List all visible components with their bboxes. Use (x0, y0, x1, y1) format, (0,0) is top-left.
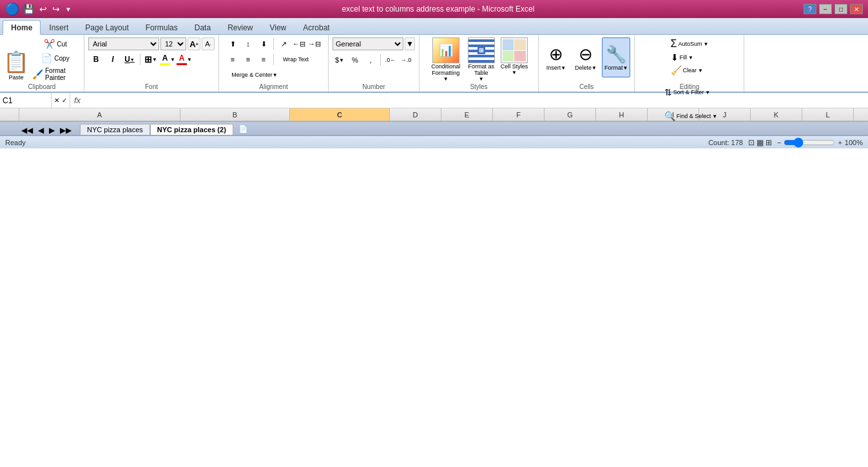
tab-acrobat[interactable]: Acrobat (294, 20, 338, 34)
scroll-sheets-left[interactable]: ◀◀ (19, 126, 35, 135)
zoom-out-btn[interactable]: − (777, 139, 781, 146)
align-right-button[interactable]: ≡ (256, 53, 271, 66)
quick-access-toolbar: 🔵 💾 ↩ ↪ ▼ (5, 2, 73, 16)
decrease-decimal-button[interactable]: .0← (383, 54, 398, 66)
customize-btn[interactable]: ▼ (64, 6, 73, 13)
font-color-button[interactable]: A ▼ (177, 53, 192, 66)
wrap-text-button[interactable]: Wrap Text (276, 53, 315, 66)
title-bar: 🔵 💾 ↩ ↪ ▼ excel text to columns address … (0, 0, 868, 18)
col-header-k[interactable]: K (751, 108, 802, 121)
close-btn[interactable]: ✕ (850, 4, 863, 14)
align-left-button[interactable]: ≡ (226, 53, 240, 66)
increase-decimal-button[interactable]: →.0 (399, 54, 413, 66)
editing-label: Editing (635, 83, 744, 90)
col-header-f[interactable]: F (493, 108, 545, 121)
clear-button[interactable]: 🧹 Clear ▼ (669, 65, 705, 76)
tab-home[interactable]: Home (3, 20, 41, 35)
scroll-sheets-next[interactable]: ▶ (47, 126, 57, 135)
sheet-tab-2[interactable]: NYC pizza places (2) (150, 124, 233, 135)
page-layout-view-btn[interactable]: ▦ (757, 138, 764, 147)
col-header-l[interactable]: L (802, 108, 854, 121)
indent-decrease-button[interactable]: ←⊟ (292, 37, 306, 50)
tab-formulas[interactable]: Formulas (137, 20, 186, 34)
indent-increase-button[interactable]: →⊟ (307, 37, 322, 50)
decrease-font-button[interactable]: A- (202, 37, 215, 50)
format-painter-button[interactable]: 🖌️ Format Painter (30, 66, 81, 83)
insert-cells-button[interactable]: ⊕ Insert▼ (543, 37, 570, 77)
zoom-in-btn[interactable]: + (838, 139, 842, 146)
top-align-button[interactable]: ⬆ (226, 37, 240, 50)
find-select-button[interactable]: 🔍 Find & Select ▼ (662, 110, 719, 122)
col-header-c[interactable]: C (290, 108, 390, 121)
scroll-sheets-last[interactable]: ▶▶ (58, 126, 73, 135)
sheet-tab-1[interactable]: NYC pizza places (80, 124, 150, 135)
tab-view[interactable]: View (261, 20, 294, 34)
col-header-d[interactable]: D (390, 108, 441, 121)
undo-btn[interactable]: ↩ (38, 4, 48, 14)
formula-input[interactable] (84, 96, 868, 105)
font-label: Font (84, 83, 218, 90)
page-break-view-btn[interactable]: ⊞ (766, 138, 772, 147)
scroll-sheets-prev[interactable]: ◀ (36, 126, 46, 135)
paste-button[interactable]: 📋 Paste (4, 45, 28, 86)
delete-cells-button[interactable]: ⊖ Delete▼ (572, 37, 599, 77)
zoom-control: − + 100% (777, 137, 863, 148)
merge-center-button[interactable]: Merge & Center▼ (226, 68, 284, 81)
view-controls: ⊡ ▦ ⊞ (748, 138, 772, 147)
number-format-expand-button[interactable]: ▼ (405, 37, 415, 50)
cell-styles-button[interactable]: Cell Styles ▼ (501, 37, 528, 75)
tab-insert[interactable]: Insert (41, 20, 77, 34)
clipboard-group: 📋 Paste ✂️ Cut 📄 Copy 🖌️ Format Painter (0, 35, 84, 92)
number-label: Number (329, 83, 419, 90)
redo-btn[interactable]: ↪ (51, 4, 61, 14)
currency-button[interactable]: $▼ (333, 54, 347, 66)
ready-status: Ready (5, 139, 26, 146)
status-bar: Ready Count: 178 ⊡ ▦ ⊞ − + 100% (0, 135, 868, 148)
number-format-select[interactable]: General (333, 37, 403, 50)
text-direction-button[interactable]: ↗ (276, 37, 291, 50)
fill-button[interactable]: ⬇ Fill ▼ (669, 52, 695, 63)
insert-sheet-button[interactable]: 📄 (233, 123, 253, 135)
maximize-btn[interactable]: □ (834, 4, 847, 14)
window-controls: ? − □ ✕ (804, 4, 863, 14)
italic-button[interactable]: I (105, 53, 121, 66)
comma-button[interactable]: , (363, 54, 378, 66)
align-center-button[interactable]: ≡ (241, 53, 255, 66)
copy-button[interactable]: 📄 Copy (30, 52, 81, 65)
save-btn[interactable]: 💾 (22, 4, 35, 14)
tab-page-layout[interactable]: Page Layout (77, 20, 137, 34)
borders-button[interactable]: ⊞▼ (143, 53, 159, 66)
format-as-table-button[interactable]: ⊞ Format as Table ▼ (465, 37, 498, 82)
zoom-slider[interactable] (784, 137, 835, 148)
fill-color-button[interactable]: A ▼ (160, 53, 175, 66)
minimize-btn[interactable]: − (819, 4, 832, 14)
format-cells-button[interactable]: 🔧 Format▼ (602, 37, 630, 77)
col-header-g[interactable]: G (545, 108, 596, 121)
cut-button[interactable]: ✂️ Cut (30, 37, 81, 50)
increase-font-button[interactable]: A+ (188, 37, 200, 50)
bold-button[interactable]: B (88, 53, 104, 66)
normal-view-btn[interactable]: ⊡ (748, 138, 755, 147)
percent-button[interactable]: % (348, 54, 362, 66)
middle-align-button[interactable]: ↕ (241, 37, 255, 50)
tab-data[interactable]: Data (186, 20, 219, 34)
number-group: General ▼ $▼ % , .0← →.0 Number (329, 35, 420, 92)
help-btn[interactable]: ? (804, 4, 816, 14)
bottom-align-button[interactable]: ⬇ (256, 37, 271, 50)
font-size-select[interactable]: 12 (160, 37, 186, 50)
col-header-a[interactable]: A (19, 108, 180, 121)
font-family-select[interactable]: Arial (88, 37, 159, 50)
col-header-b[interactable]: B (180, 108, 290, 121)
spreadsheet-container: A B C D E F G H I J K L (0, 108, 868, 121)
status-left: Ready (5, 139, 26, 146)
tab-review[interactable]: Review (219, 20, 261, 34)
col-header-h[interactable]: H (596, 108, 648, 121)
font-group: Arial 12 A+ A- B I U▼ ⊞▼ A ▼ A (84, 35, 219, 92)
autosum-button[interactable]: Σ AutoSum ▼ (669, 37, 711, 50)
conditional-formatting-button[interactable]: 📊 Conditional Formatting ▼ (430, 37, 462, 82)
underline-button[interactable]: U▼ (122, 53, 137, 66)
corner-cell (0, 108, 19, 121)
count-status: Count: 178 (708, 139, 743, 146)
office-logo[interactable]: 🔵 (5, 2, 19, 16)
col-header-e[interactable]: E (441, 108, 493, 121)
